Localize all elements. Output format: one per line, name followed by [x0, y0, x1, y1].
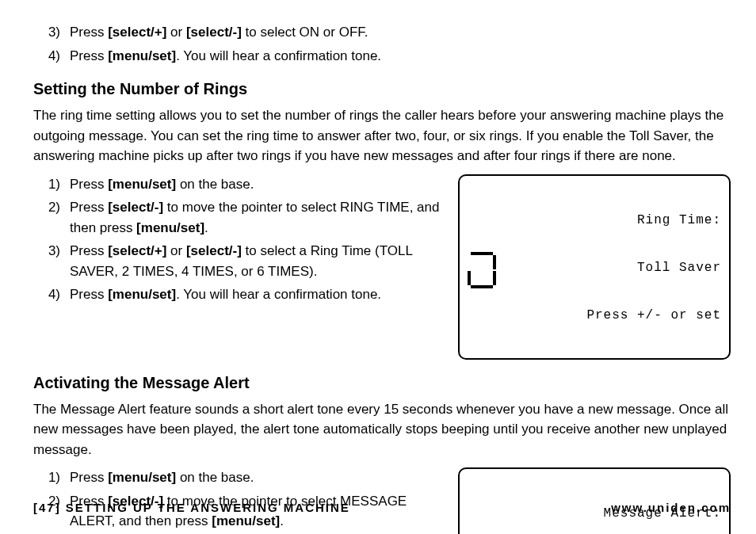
- list-item: 3) Press [select/+] or [select/-] to sel…: [40, 241, 445, 281]
- section-paragraph: The ring time setting allows you to set …: [33, 105, 731, 166]
- section-paragraph: The Message Alert feature sounds a short…: [33, 399, 731, 460]
- list-item: 2) Press [select/-] to move the pointer …: [40, 197, 445, 238]
- list-item: 1) Press [menu/set] on the base.: [40, 467, 445, 488]
- section-heading-rings: Setting the Number of Rings: [33, 77, 731, 101]
- lcd-display-ring-time: Ring Time: Toll Saver Press +/- or set: [458, 174, 731, 360]
- step-text: Press [menu/set]. You will hear a confir…: [70, 46, 731, 67]
- step-number: 3): [40, 22, 60, 43]
- step-text: Press [select/+] or [select/-] to select…: [70, 22, 731, 43]
- footer-page-title: [47] SETTING UP THE ANSWERING MACHINE: [33, 499, 350, 517]
- step-number: 4): [40, 46, 60, 67]
- section-heading-alert: Activating the Message Alert: [33, 371, 731, 395]
- list-item: 1) Press [menu/set] on the base.: [40, 174, 445, 195]
- steps-column: 1) Press [menu/set] on the base. 2) Pres…: [33, 171, 445, 308]
- section-row: 1) Press [menu/set] on the base. 2) Pres…: [33, 171, 731, 360]
- footer-url: www.uniden.com: [611, 499, 731, 517]
- lcd-lines: Ring Time: Toll Saver Press +/- or set: [510, 181, 721, 355]
- page-footer: [47] SETTING UP THE ANSWERING MACHINE ww…: [33, 499, 731, 517]
- list-item: 3) Press [select/+] or [select/-] to sel…: [40, 22, 731, 43]
- message-count-icon: [468, 250, 501, 288]
- list-item: 4) Press [menu/set]. You will hear a con…: [40, 46, 731, 67]
- list-item: 4) Press [menu/set]. You will hear a con…: [40, 284, 445, 305]
- intro-steps: 3) Press [select/+] or [select/-] to sel…: [33, 22, 731, 66]
